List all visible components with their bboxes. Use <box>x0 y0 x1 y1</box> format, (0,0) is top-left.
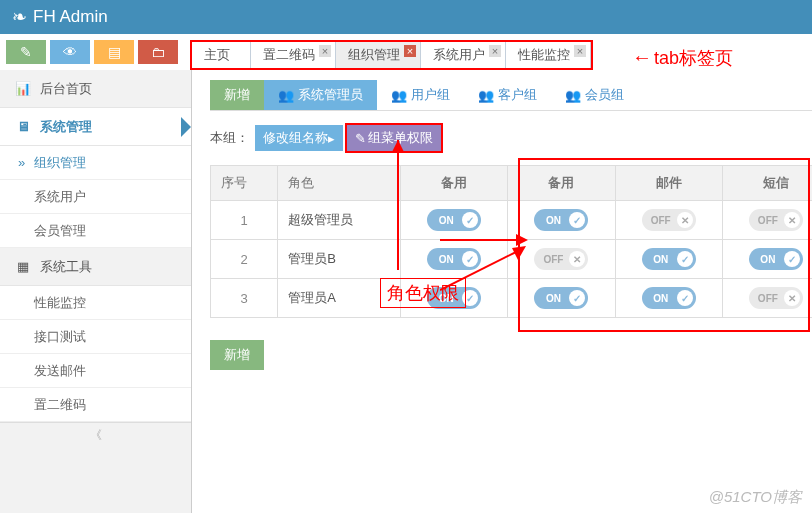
sidebar: 📊后台首页 🖥系统管理 组织管理 系统用户 会员管理 ▦系统工具 性能监控 接口… <box>0 70 192 513</box>
group-tabs: 新增 👥系统管理员 👥用户组 👥客户组 👥会员组 <box>210 80 812 111</box>
sidebar-item-qr[interactable]: 置二维码 <box>0 388 191 422</box>
users-icon: 👥 <box>565 88 581 103</box>
tab-组织管理[interactable]: 组织管理× <box>336 42 421 68</box>
main-content: 新增 👥系统管理员 👥用户组 👥客户组 👥会员组 本组： 修改组名称 ▸ ✎组菜… <box>192 70 812 513</box>
col-sms: 短信 <box>722 166 812 201</box>
sidebar-home[interactable]: 📊后台首页 <box>0 70 191 108</box>
group-label: 本组： <box>210 129 249 147</box>
col-mail: 邮件 <box>615 166 722 201</box>
close-icon[interactable]: × <box>489 45 501 57</box>
pill-new[interactable]: 新增 <box>210 80 264 110</box>
col-spare2: 备用 <box>508 166 615 201</box>
edit-button[interactable]: ✎ <box>6 40 46 64</box>
group-perm-button[interactable]: ✎组菜单权限 <box>345 123 443 153</box>
app-title: FH Admin <box>33 7 108 27</box>
users-icon: 👥 <box>478 88 494 103</box>
tab-系统用户[interactable]: 系统用户× <box>421 42 506 68</box>
table-row: 1超级管理员ON✓ON✓OFF✕OFF✕ <box>211 201 813 240</box>
roles-table: 序号 角色 备用 备用 邮件 短信 1超级管理员ON✓ON✓OFF✕OFF✕2管… <box>210 165 812 318</box>
toggle-switch[interactable]: OFF✕ <box>749 287 803 309</box>
sidebar-item-member[interactable]: 会员管理 <box>0 214 191 248</box>
monitor-icon: 🖥 <box>14 119 32 134</box>
leaf-icon: ❧ <box>12 6 27 28</box>
toggle-switch[interactable]: OFF✕ <box>642 209 696 231</box>
view-button[interactable]: 👁 <box>50 40 90 64</box>
dashboard-icon: 📊 <box>14 81 32 96</box>
toggle-switch[interactable]: ON✓ <box>427 287 481 309</box>
toggle-switch[interactable]: ON✓ <box>427 248 481 270</box>
toggle-switch[interactable]: ON✓ <box>749 248 803 270</box>
toggle-switch[interactable]: OFF✕ <box>534 248 588 270</box>
table-row: 3管理员AON✓ON✓ON✓OFF✕ <box>211 279 813 318</box>
grid-icon: ▦ <box>14 259 32 274</box>
close-icon[interactable]: × <box>574 45 586 57</box>
close-icon[interactable]: × <box>319 45 331 57</box>
pill-usergrp[interactable]: 👥用户组 <box>377 80 464 110</box>
col-idx: 序号 <box>211 166 278 201</box>
tab-置二维码[interactable]: 置二维码× <box>251 42 336 68</box>
toggle-switch[interactable]: ON✓ <box>534 287 588 309</box>
sidebar-item-perf[interactable]: 性能监控 <box>0 286 191 320</box>
sidebar-item-sysuser[interactable]: 系统用户 <box>0 180 191 214</box>
rename-group-button[interactable]: 修改组名称 ▸ <box>255 125 343 151</box>
sidebar-item-mail[interactable]: 发送邮件 <box>0 354 191 388</box>
users-icon: 👥 <box>391 88 407 103</box>
toggle-switch[interactable]: ON✓ <box>427 209 481 231</box>
pill-custgrp[interactable]: 👥客户组 <box>464 80 551 110</box>
sidebar-system[interactable]: 🖥系统管理 <box>0 108 191 146</box>
tab-性能监控[interactable]: 性能监控× <box>506 42 591 68</box>
pencil-icon: ✎ <box>355 131 366 146</box>
toolbar-buttons: ✎ 👁 ▤ 🗀 <box>0 40 178 70</box>
toggle-switch[interactable]: ON✓ <box>642 287 696 309</box>
book-button[interactable]: ▤ <box>94 40 134 64</box>
pill-memgrp[interactable]: 👥会员组 <box>551 80 638 110</box>
col-role: 角色 <box>278 166 401 201</box>
pill-admin[interactable]: 👥系统管理员 <box>264 80 377 110</box>
top-header: ❧ FH Admin <box>0 0 812 34</box>
folder-button[interactable]: 🗀 <box>138 40 178 64</box>
sidebar-item-api[interactable]: 接口测试 <box>0 320 191 354</box>
table-row: 2管理员BON✓OFF✕ON✓ON✓ <box>211 240 813 279</box>
tab-主页[interactable]: 主页 <box>192 42 251 68</box>
tab-bar: 主页置二维码×组织管理×系统用户×性能监控× <box>190 40 593 70</box>
add-button[interactable]: 新增 <box>210 340 264 370</box>
toggle-switch[interactable]: OFF✕ <box>749 209 803 231</box>
close-icon[interactable]: × <box>404 45 416 57</box>
col-spare1: 备用 <box>401 166 508 201</box>
group-actions: 本组： 修改组名称 ▸ ✎组菜单权限 <box>210 123 812 153</box>
users-icon: 👥 <box>278 88 294 103</box>
sidebar-tools[interactable]: ▦系统工具 <box>0 248 191 286</box>
toggle-switch[interactable]: ON✓ <box>642 248 696 270</box>
sidebar-collapse[interactable]: 《 <box>0 422 191 448</box>
toggle-switch[interactable]: ON✓ <box>534 209 588 231</box>
watermark: @51CTO博客 <box>709 488 802 507</box>
sidebar-item-org[interactable]: 组织管理 <box>0 146 191 180</box>
